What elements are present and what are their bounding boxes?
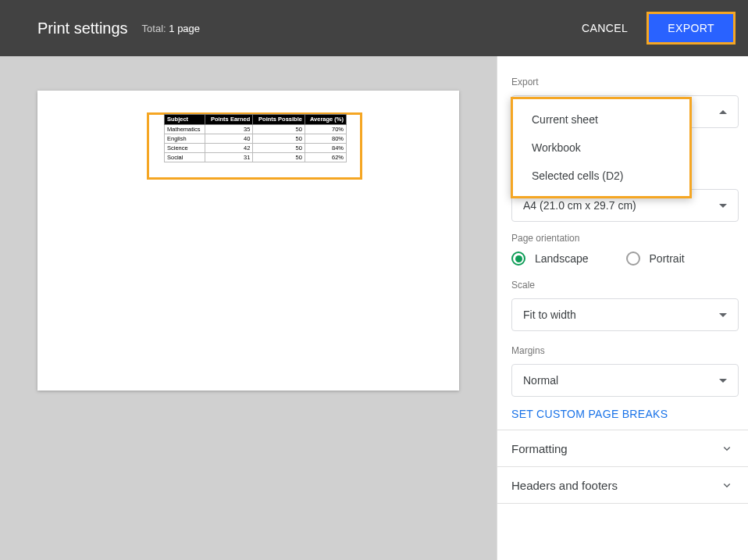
formatting-section[interactable]: Formatting <box>511 430 739 466</box>
cancel-button[interactable]: CANCEL <box>571 14 639 42</box>
caret-down-icon <box>719 379 727 383</box>
headers-footers-section[interactable]: Headers and footers <box>511 467 739 503</box>
export-option-selected-cells[interactable]: Selected cells (D2) <box>513 162 689 190</box>
orientation-landscape-radio[interactable]: Landscape <box>511 251 589 266</box>
export-button-highlight: EXPORT <box>646 12 736 45</box>
caret-down-icon <box>719 313 727 317</box>
preview-table: Subject Points Earned Points Possible Av… <box>164 114 347 162</box>
content: Subject Points Earned Points Possible Av… <box>0 56 748 560</box>
orientation-label: Page orientation <box>511 233 739 244</box>
export-option-workbook[interactable]: Workbook <box>513 134 689 162</box>
orientation-group: Landscape Portrait <box>511 251 739 266</box>
caret-down-icon <box>719 204 727 208</box>
margins-label: Margins <box>511 345 739 356</box>
scale-select[interactable]: Fit to width <box>511 298 739 331</box>
export-dropdown: Current sheet Workbook Selected cells (D… <box>511 97 692 198</box>
margins-select[interactable]: Normal <box>511 364 739 397</box>
chevron-down-icon <box>720 478 734 492</box>
radio-checked-icon <box>511 251 525 266</box>
page-title: Print settings <box>37 20 128 37</box>
total-pages: Total: 1 page <box>142 23 200 34</box>
export-select-row: Current sheet Workbook Selected cells (D… <box>511 95 739 128</box>
settings-panel: Export Current sheet Workbook Selected c… <box>497 56 748 560</box>
table-row: Science425084% <box>165 144 347 153</box>
table-row: English405080% <box>165 134 347 144</box>
caret-up-icon <box>719 110 727 114</box>
set-page-breaks-button[interactable]: SET CUSTOM PAGE BREAKS <box>511 397 668 430</box>
export-section-label: Export <box>511 77 739 87</box>
table-row: Social315062% <box>165 153 347 162</box>
table-row: Mathematics355070% <box>165 125 347 134</box>
scale-label: Scale <box>511 280 739 291</box>
print-preview-page: Subject Points Earned Points Possible Av… <box>37 91 459 391</box>
radio-unchecked-icon <box>626 251 640 266</box>
export-option-current-sheet[interactable]: Current sheet <box>513 105 689 134</box>
header: Print settings Total: 1 page CANCEL EXPO… <box>0 0 748 56</box>
preview-area: Subject Points Earned Points Possible Av… <box>0 56 497 560</box>
chevron-down-icon <box>720 441 734 455</box>
orientation-portrait-radio[interactable]: Portrait <box>626 251 685 266</box>
export-button[interactable]: EXPORT <box>649 14 733 42</box>
